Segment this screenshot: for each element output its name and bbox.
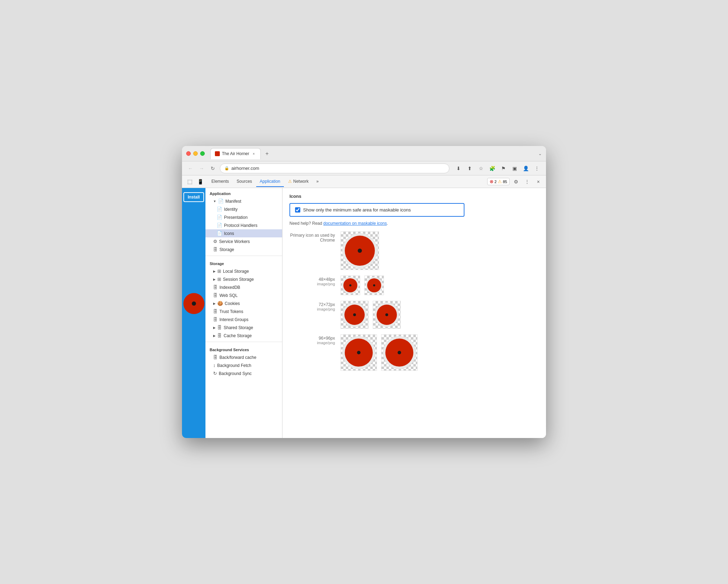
expand-icon: ▶ — [213, 270, 216, 273]
tab-sources[interactable]: Sources — [233, 176, 255, 187]
reload-button[interactable]: ↻ — [209, 164, 217, 173]
devtools-close-button[interactable]: × — [533, 177, 543, 187]
maskable-icons-checkbox[interactable] — [295, 207, 300, 213]
devtools-settings-button[interactable]: ⚙ — [511, 177, 521, 187]
devtools-main-panel: Icons Show only the minimum safe area fo… — [282, 188, 546, 438]
device-toolbar-button[interactable]: 📱 — [195, 177, 205, 187]
sidebar-label-back-forward: Back/forward cache — [219, 355, 256, 360]
tab-title: The Air Horner — [222, 151, 249, 156]
forward-button[interactable]: → — [197, 164, 206, 173]
sidebar-item-back-forward-cache[interactable]: 🗄 Back/forward cache — [205, 353, 282, 361]
icon-row-48: 48×48px image/png — [289, 276, 539, 295]
tab-application[interactable]: Application — [256, 176, 284, 187]
download-icon[interactable]: ⬇ — [454, 164, 463, 173]
tab-close-button[interactable]: × — [251, 151, 256, 156]
sidebar-label-service-workers: Service Workers — [219, 239, 250, 244]
sidebar-item-service-workers[interactable]: ⚙ Service Workers — [205, 237, 282, 245]
sidebar-item-cookies[interactable]: ▶ 🍪 Cookies — [205, 299, 282, 307]
icon-preview-96-1 — [341, 334, 377, 371]
storage-section-title: Storage — [205, 258, 282, 267]
primary-icon-row: Primary icon as used by Chrome — [289, 231, 539, 270]
icon-label-48: 48×48px image/png — [289, 276, 335, 286]
background-services-section-title: Background Services — [205, 344, 282, 353]
main-content: Install Application ▼ 📄 Manifest 📄 Ident… — [182, 188, 546, 438]
sidebar-item-icons[interactable]: 📄 Icons — [205, 229, 282, 237]
toolbar-icons: ⬇ ⬆ ☆ 🧩 ⚑ ▣ 👤 ⋮ — [454, 164, 542, 173]
sidebar-item-background-fetch[interactable]: ↕ Background Fetch — [205, 361, 282, 369]
tab-bar: The Air Horner × + — [210, 148, 536, 159]
sidebar-item-protocol-handlers[interactable]: 📄 Protocol Handlers — [205, 221, 282, 229]
db-icon: 🗄 — [217, 333, 222, 338]
more-tabs-button[interactable]: » — [313, 176, 322, 187]
sidebar-label-cache-storage: Cache Storage — [224, 333, 252, 338]
icon-preview-72-2 — [373, 301, 401, 329]
tab-network[interactable]: ⚠ Network — [285, 176, 312, 187]
devtools-menu-button[interactable]: ⋮ — [522, 177, 532, 187]
lock-icon: 🔒 — [224, 166, 229, 171]
sidebar-icon[interactable]: ▣ — [510, 164, 519, 173]
arrows-icon: ↕ — [213, 363, 216, 368]
sidebar-label-trust-tokens: Trust Tokens — [219, 309, 243, 314]
bookmark-icon[interactable]: ☆ — [476, 164, 486, 173]
icon-previews: Primary icon as used by Chrome — [289, 231, 539, 371]
db-icon: 🗄 — [213, 317, 218, 322]
minimize-window-button[interactable] — [193, 151, 198, 156]
inspect-element-button[interactable]: ⬚ — [185, 177, 195, 187]
application-section-title: Application — [205, 188, 282, 197]
doc-icon: 📄 — [217, 223, 222, 228]
extensions-icon[interactable]: 🧩 — [487, 164, 497, 173]
doc-icon: 📄 — [218, 199, 224, 204]
close-window-button[interactable] — [186, 151, 191, 156]
warning-dot-icon: ⚠ — [498, 179, 502, 184]
sidebar-label-interest-groups: Interest Groups — [219, 317, 248, 322]
sidebar-item-shared-storage[interactable]: ▶ 🗄 Shared Storage — [205, 324, 282, 332]
maskable-icons-docs-link[interactable]: documentation on maskable icons — [323, 221, 387, 226]
sidebar-item-indexeddb[interactable]: 🗄 IndexedDB — [205, 283, 282, 291]
icon-preview-96-2 — [381, 334, 418, 371]
sidebar-item-session-storage[interactable]: ▶ ⊞ Session Storage — [205, 275, 282, 283]
error-warning-badge: ⊗ 2 ⚠ 85 — [487, 178, 510, 185]
gear-icon: ⚙ — [213, 239, 217, 244]
sidebar-item-web-sql[interactable]: 🗄 Web SQL — [205, 291, 282, 299]
sidebar-label-protocol-handlers: Protocol Handlers — [224, 223, 257, 228]
sync-icon: ↻ — [213, 371, 217, 376]
sidebar-item-background-sync[interactable]: ↻ Background Sync — [205, 369, 282, 377]
share-icon[interactable]: ⬆ — [465, 164, 475, 173]
sidebar-item-presentation[interactable]: 📄 Presentation — [205, 213, 282, 221]
address-input[interactable]: 🔒 airhorner.com — [220, 164, 449, 173]
flag-icon[interactable]: ⚑ — [498, 164, 508, 173]
maskable-icons-label[interactable]: Show only the minimum safe area for mask… — [303, 207, 411, 213]
new-tab-button[interactable]: + — [262, 149, 272, 159]
sidebar-item-manifest[interactable]: ▼ 📄 Manifest — [205, 197, 282, 205]
sidebar-item-trust-tokens[interactable]: 🗄 Trust Tokens — [205, 307, 282, 315]
primary-icon-preview — [341, 231, 379, 270]
address-text: airhorner.com — [231, 166, 445, 171]
doc-icon: 📄 — [217, 215, 222, 220]
tab-elements[interactable]: Elements — [208, 176, 232, 187]
active-tab[interactable]: The Air Horner × — [210, 148, 261, 159]
menu-icon[interactable]: ⋮ — [532, 164, 542, 173]
airhorner-dot — [192, 301, 196, 306]
cookie-icon: 🍪 — [217, 301, 223, 306]
primary-icon-label: Primary icon as used by Chrome — [289, 231, 335, 243]
sidebar-item-identity[interactable]: 📄 Identity — [205, 205, 282, 213]
title-bar: The Air Horner × + ⌄ — [182, 146, 546, 161]
sidebar-item-local-storage[interactable]: ▶ ⊞ Local Storage — [205, 267, 282, 275]
error-dot-icon: ⊗ — [490, 179, 493, 184]
chevron-down-icon[interactable]: ⌄ — [538, 151, 542, 156]
sidebar-item-cache-storage[interactable]: ▶ 🗄 Cache Storage — [205, 332, 282, 340]
sidebar-item-interest-groups[interactable]: 🗄 Interest Groups — [205, 315, 282, 324]
doc-icon: 📄 — [217, 207, 222, 212]
sidebar-label-cookies: Cookies — [225, 301, 240, 306]
expand-icon: ▶ — [213, 302, 216, 305]
fullscreen-window-button[interactable] — [200, 151, 205, 156]
icon-row-72: 72×72px image/png — [289, 301, 539, 329]
sidebar-item-storage[interactable]: 🗄 Storage — [205, 245, 282, 253]
account-icon[interactable]: 👤 — [521, 164, 531, 173]
table-icon: ⊞ — [217, 269, 221, 274]
sidebar-label-indexeddb: IndexedDB — [219, 285, 240, 290]
expand-icon: ▼ — [213, 200, 216, 203]
back-button[interactable]: ← — [186, 164, 195, 173]
traffic-lights — [186, 151, 205, 156]
install-button[interactable]: Install — [183, 192, 204, 202]
